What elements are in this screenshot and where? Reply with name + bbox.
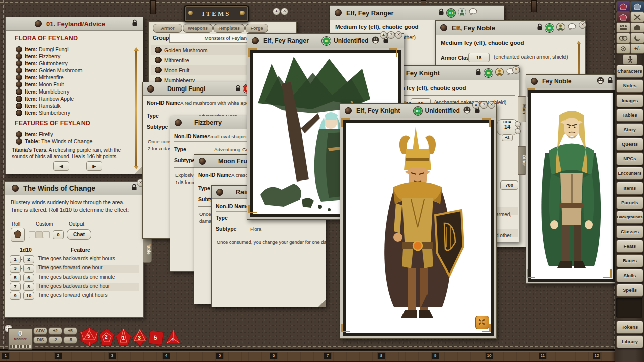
window-close-button[interactable]: ✕	[488, 101, 495, 109]
link-bullet[interactable]	[16, 96, 22, 102]
story-scrollbar[interactable]	[135, 51, 137, 167]
output-chat-button[interactable]: Chat	[67, 229, 91, 240]
noble-sheet-titlebar[interactable]: Elf, Fey Noble ID	[436, 21, 585, 35]
custom-die-slot[interactable]	[43, 231, 50, 238]
story-window[interactable]: 01. Feyland/Advice FLORA OF FEYLAND Item…	[5, 17, 143, 174]
link-label[interactable]: Rainbow Apple	[39, 96, 74, 102]
adv-button[interactable]: ADV	[33, 327, 47, 335]
subtype-value[interactable]: Flora	[250, 226, 261, 232]
story-link[interactable]: Table: The Winds of Change	[25, 138, 92, 144]
winds-titlebar[interactable]: The Winds of Change	[5, 182, 143, 195]
noble-image-titlebar[interactable]: Fey Noble	[526, 75, 617, 88]
link-label[interactable]: Gluttonberry	[39, 60, 68, 66]
item-bullet[interactable]	[155, 67, 162, 73]
identified-badge-icon[interactable]: ID	[447, 9, 455, 17]
story-link[interactable]: Item: Fizzberry	[25, 53, 60, 59]
window-dot-icon[interactable]	[335, 9, 342, 16]
item-bullet[interactable]	[155, 57, 162, 63]
link-label[interactable]: Dumgi Fungi	[39, 46, 69, 52]
list-item[interactable]: Mithrenfire	[164, 57, 189, 63]
items-window-close-button[interactable]: ✕	[281, 8, 288, 15]
dice-tower-blue-button[interactable]	[630, 1, 644, 12]
sidebar-item-races[interactable]: Races	[616, 254, 643, 267]
link-label[interactable]: Golden Mushroom	[39, 67, 82, 73]
stat-roll-button[interactable]	[515, 128, 521, 134]
plus5-button[interactable]: +5	[63, 327, 77, 335]
portrait-icon[interactable]	[372, 36, 379, 46]
sidebar-item-classes[interactable]: Classes	[616, 225, 643, 238]
portrait-icon[interactable]	[463, 106, 471, 116]
sidebar-item-skills[interactable]: Skills	[616, 269, 643, 282]
story-link[interactable]: Item: Ramstalk	[25, 103, 61, 109]
dumgi-titlebar[interactable]: Dumgi Fungi ID	[143, 82, 255, 96]
sidebar-item-story[interactable]: Story	[616, 123, 643, 136]
knight-sheet-close-button[interactable]: ✕	[512, 66, 520, 74]
ranger-sheet-titlebar[interactable]: Elf, Fey Ranger ID	[330, 6, 504, 20]
token-icon[interactable]	[495, 68, 504, 78]
custom-die-slot[interactable]	[29, 231, 36, 238]
link-label[interactable]: Ramstalk	[39, 103, 61, 109]
range-lo[interactable]: 5	[10, 274, 21, 282]
cha-stat-bubble[interactable]: CHA 14	[497, 119, 518, 135]
sidebar-item-feats[interactable]: Feats	[616, 240, 643, 253]
tab-table[interactable]: Table	[143, 236, 152, 263]
story-link[interactable]: Item: Mumbleberry	[25, 88, 69, 95]
link-label[interactable]: Fizzberry	[39, 53, 60, 59]
items-plaque[interactable]: ITEMS	[184, 5, 249, 22]
window-dot-icon[interactable]	[175, 119, 182, 126]
link-label[interactable]: Slumberberry	[39, 110, 70, 116]
lock-icon[interactable]	[438, 8, 444, 17]
cha-mod-bubble[interactable]: +2	[502, 134, 513, 141]
bag-button[interactable]	[630, 22, 644, 33]
die-d6[interactable]: 5	[148, 330, 164, 347]
page-next-button[interactable]: ▶	[86, 161, 102, 171]
window-menu-button[interactable]: ▲	[380, 31, 387, 39]
dice-tower-red-button[interactable]	[616, 12, 630, 22]
story-link[interactable]: Item: Moon Fruit	[25, 81, 64, 87]
sidebar-item-images[interactable]: Images	[616, 94, 643, 107]
coins-button[interactable]	[616, 33, 630, 43]
scroll-arrow-up-icon[interactable]	[577, 41, 581, 44]
story-link[interactable]: Item: Dumgi Fungi	[25, 46, 69, 52]
link-bullet[interactable]	[16, 103, 22, 109]
range-lo[interactable]: 9	[10, 292, 21, 300]
die-d8[interactable]: 3	[131, 329, 148, 349]
lock-icon[interactable]	[235, 84, 241, 94]
range-lo[interactable]: 1	[10, 255, 21, 263]
moon-calendar-button[interactable]	[630, 33, 644, 43]
range-hi[interactable]: 8	[23, 283, 34, 291]
chat-bubble-icon[interactable]	[568, 23, 576, 32]
tab-templates[interactable]: Templates	[213, 24, 245, 33]
lock-icon[interactable]	[132, 19, 138, 28]
walker-button[interactable]	[623, 54, 637, 65]
plus2-button[interactable]: +2	[48, 327, 62, 335]
image-window-knight[interactable]: ▲ ? ✕ Elf, Fey Knight ID Unidentified	[340, 103, 497, 339]
window-menu-button[interactable]: ▲	[472, 101, 480, 109]
list-item[interactable]: Golden Mushroom	[164, 47, 207, 53]
sidebar-item-parcels[interactable]: Parcels	[616, 196, 643, 209]
range-hi[interactable]: 2	[23, 255, 34, 263]
range-hi[interactable]: 4	[23, 264, 34, 273]
token-icon[interactable]	[458, 8, 466, 18]
lock-icon[interactable]	[131, 184, 137, 193]
page-prev-button[interactable]: ◀	[53, 161, 69, 171]
options-gear-button[interactable]	[616, 43, 630, 54]
window-dot-icon[interactable]	[199, 158, 206, 165]
identified-badge-icon[interactable]: ID	[484, 69, 493, 77]
attack-swords-button[interactable]	[630, 12, 644, 22]
die-d4[interactable]: 4	[165, 329, 182, 348]
chat-bubble-icon[interactable]	[469, 8, 477, 17]
link-bullet[interactable]	[16, 53, 22, 60]
die-d20[interactable]: 5	[79, 327, 99, 349]
link-bullet[interactable]	[16, 81, 22, 88]
items-window-shade-button[interactable]: ▲	[273, 8, 280, 15]
minus2-button[interactable]: -2	[48, 336, 62, 344]
range-lo[interactable]: 7	[10, 283, 21, 291]
lock-icon[interactable]	[607, 77, 613, 86]
link-bullet[interactable]	[16, 110, 22, 116]
window-dot-icon[interactable]	[216, 189, 223, 196]
noble-sheet-close-button[interactable]: ✕	[579, 21, 586, 29]
sidebar-item-backgrounds[interactable]: Backgrounds	[616, 211, 643, 224]
window-dot-icon[interactable]	[12, 185, 19, 192]
identified-badge-icon[interactable]: ID	[545, 24, 554, 32]
